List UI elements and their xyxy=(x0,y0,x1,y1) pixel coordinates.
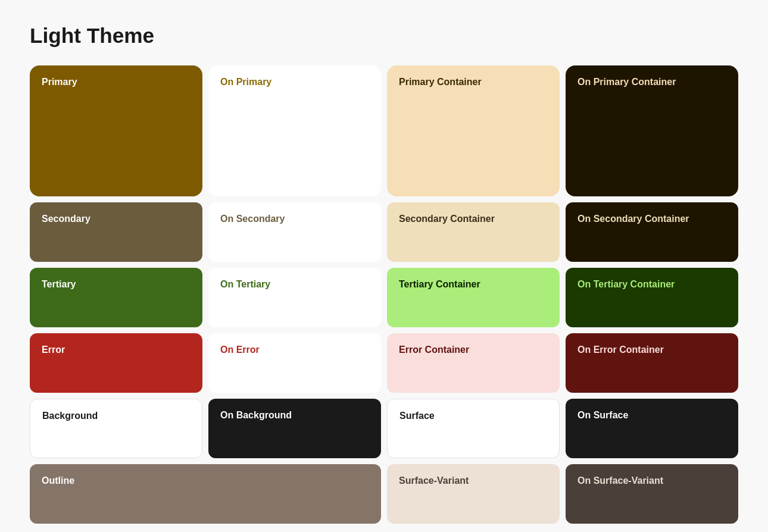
page-title: Light Theme xyxy=(30,24,738,48)
primary-cell: Primary xyxy=(30,65,202,196)
on-error-cell: On Error xyxy=(208,333,381,393)
primary-container-cell: Primary Container xyxy=(387,65,560,196)
secondary-cell: Secondary xyxy=(30,202,202,262)
secondary-container-cell: Secondary Container xyxy=(387,202,560,262)
tertiary-container-cell: Tertiary Container xyxy=(387,268,560,327)
on-secondary-cell: On Secondary xyxy=(208,202,381,262)
on-tertiary-cell: On Tertiary xyxy=(208,268,381,327)
surface-cell: Surface xyxy=(387,399,560,458)
on-surface-cell: On Surface xyxy=(566,399,738,458)
on-primary-container-cell: On Primary Container xyxy=(566,65,738,196)
surface-variant-cell: Surface-Variant xyxy=(387,464,560,524)
error-cell: Error xyxy=(30,333,202,393)
tertiary-cell: Tertiary xyxy=(30,268,202,327)
on-error-container-cell: On Error Container xyxy=(566,333,738,393)
on-secondary-container-cell: On Secondary Container xyxy=(566,202,738,262)
color-grid: Primary On Primary Primary Container On … xyxy=(30,65,738,524)
on-surface-variant-cell: On Surface-Variant xyxy=(566,464,738,524)
on-background-cell: On Background xyxy=(208,399,381,458)
background-cell: Background xyxy=(30,399,202,458)
on-tertiary-container-cell: On Tertiary Container xyxy=(566,268,738,327)
on-primary-cell: On Primary xyxy=(208,65,381,196)
outline-cell: Outline xyxy=(30,464,381,524)
error-container-cell: Error Container xyxy=(387,333,560,393)
